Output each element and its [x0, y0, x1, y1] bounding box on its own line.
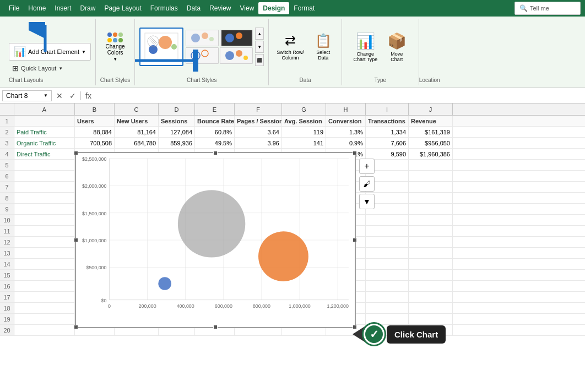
menu-insert[interactable]: Insert: [50, 2, 75, 14]
add-chart-element-chart-btn[interactable]: +: [359, 159, 375, 174]
cell-a7[interactable]: [14, 182, 75, 192]
cell-a15[interactable]: [14, 270, 75, 280]
cell-j3[interactable]: $956,050: [409, 138, 453, 148]
cell-f1[interactable]: Pages / Session: [235, 116, 282, 126]
formula-input[interactable]: [96, 91, 583, 101]
menu-draw[interactable]: Draw: [75, 2, 100, 14]
chart-handle-tr[interactable]: [353, 151, 357, 155]
chart-handle-bl[interactable]: [74, 325, 78, 329]
cell-g1[interactable]: Avg. Session: [282, 116, 326, 126]
menu-design[interactable]: Design: [258, 2, 289, 14]
cell-j1[interactable]: Revenue: [409, 116, 453, 126]
cell-i10[interactable]: [366, 215, 409, 225]
cell-i11[interactable]: [366, 226, 409, 236]
cell-a13[interactable]: [14, 248, 75, 258]
menu-data[interactable]: Data: [182, 2, 205, 14]
cell-g2[interactable]: 119: [282, 127, 326, 137]
cell-a11[interactable]: [14, 226, 75, 236]
cell-d2[interactable]: 127,084: [159, 127, 195, 137]
cell-a18[interactable]: [14, 303, 75, 313]
cell-j11[interactable]: [409, 226, 453, 236]
style-option-3[interactable]: [186, 47, 219, 64]
cell-g3[interactable]: 141: [282, 138, 326, 148]
change-chart-type-button[interactable]: 📊 ChangeChart Type: [350, 30, 381, 64]
chart-handle-mr[interactable]: [353, 238, 357, 242]
style-option-1[interactable]: [186, 30, 219, 46]
cell-i14[interactable]: [366, 259, 409, 269]
cell-j10[interactable]: [409, 215, 453, 225]
cell-b2[interactable]: 88,084: [75, 127, 115, 137]
cell-j6[interactable]: [409, 171, 453, 181]
cell-i13[interactable]: [366, 248, 409, 258]
cell-a3[interactable]: Organic Traffic: [14, 138, 75, 148]
cell-i12[interactable]: [366, 237, 409, 247]
scroll-expand-button[interactable]: ⬛: [255, 54, 264, 66]
cell-d3[interactable]: 859,936: [159, 138, 195, 148]
cell-a14[interactable]: [14, 259, 75, 269]
cell-i2[interactable]: 1,334: [366, 127, 409, 137]
cell-j5[interactable]: [409, 160, 453, 170]
chart-handle-tm[interactable]: [213, 151, 218, 155]
menu-file[interactable]: File: [4, 2, 24, 14]
add-chart-element-button[interactable]: 📊 Add Chart Element ▼: [9, 43, 91, 61]
menu-formulas[interactable]: Formulas: [146, 2, 182, 14]
cell-a10[interactable]: [14, 215, 75, 225]
cell-j8[interactable]: [409, 193, 453, 203]
cell-j16[interactable]: [409, 281, 453, 291]
cell-a2[interactable]: Paid Traffic: [14, 127, 75, 137]
chart-style-btn[interactable]: 🖌: [359, 176, 375, 192]
cell-i16[interactable]: [366, 281, 409, 291]
cell-a5[interactable]: [14, 160, 75, 170]
cell-h3[interactable]: 0.9%: [326, 138, 366, 148]
move-chart-button[interactable]: 📦 MoveChart: [383, 30, 410, 64]
cell-j18[interactable]: [409, 303, 453, 313]
name-box[interactable]: Chart 8 ▼: [2, 90, 52, 101]
style-option-4[interactable]: [220, 47, 253, 64]
scroll-down-button[interactable]: ▼: [255, 41, 264, 53]
cell-i1[interactable]: Transactions: [366, 116, 409, 126]
menu-view[interactable]: View: [236, 2, 259, 14]
cell-j17[interactable]: [409, 292, 453, 302]
cell-a8[interactable]: [14, 193, 75, 203]
menu-page-layout[interactable]: Page Layout: [100, 2, 145, 14]
change-colors-button[interactable]: ChangeColors ▼: [104, 30, 127, 64]
cell-a20[interactable]: [14, 325, 75, 335]
menu-format[interactable]: Format: [289, 2, 319, 14]
cell-j19[interactable]: [409, 314, 453, 324]
fx-button[interactable]: fx: [83, 90, 94, 101]
cell-c3[interactable]: 684,780: [115, 138, 159, 148]
chart-filter-btn[interactable]: ▼: [359, 194, 375, 209]
cell-h1[interactable]: Conversion: [326, 116, 366, 126]
cell-j7[interactable]: [409, 182, 453, 192]
cell-i15[interactable]: [366, 270, 409, 280]
menu-home[interactable]: Home: [24, 2, 50, 14]
cell-i17[interactable]: [366, 292, 409, 302]
style-option-2[interactable]: [220, 30, 253, 46]
cell-j9[interactable]: [409, 204, 453, 214]
cell-j12[interactable]: [409, 237, 453, 247]
chart-container[interactable]: $0 $500,000 $1,000,000 $1,500,000 $2,000…: [75, 152, 356, 328]
cell-e2[interactable]: 60.8%: [195, 127, 235, 137]
chart-handle-bm[interactable]: [213, 325, 218, 329]
cell-j14[interactable]: [409, 259, 453, 269]
cell-a6[interactable]: [14, 171, 75, 181]
cell-f2[interactable]: 3.64: [235, 127, 282, 137]
cell-a17[interactable]: [14, 292, 75, 302]
cell-a1[interactable]: [14, 116, 75, 126]
cell-j4[interactable]: $1,960,386: [409, 149, 453, 159]
switch-row-column-button[interactable]: ⇄ Switch Row/Column: [273, 31, 307, 63]
cell-d1[interactable]: Sessions: [159, 116, 195, 126]
cell-a16[interactable]: [14, 281, 75, 291]
cell-i18[interactable]: [366, 303, 409, 313]
tell-me-box[interactable]: 🔍 Tell me: [514, 2, 581, 15]
cell-e3[interactable]: 49.5%: [195, 138, 235, 148]
cell-a4[interactable]: Direct Traffic: [14, 149, 75, 159]
scroll-up-button[interactable]: ▲: [255, 28, 264, 40]
cell-j13[interactable]: [409, 248, 453, 258]
cell-c1[interactable]: New Users: [115, 116, 159, 126]
cell-i4[interactable]: 9,590: [366, 149, 409, 159]
cell-j15[interactable]: [409, 270, 453, 280]
cell-a12[interactable]: [14, 237, 75, 247]
cell-h2[interactable]: 1.3%: [326, 127, 366, 137]
quick-layout-button[interactable]: ⊞ Quick Layout ▼: [9, 62, 91, 75]
